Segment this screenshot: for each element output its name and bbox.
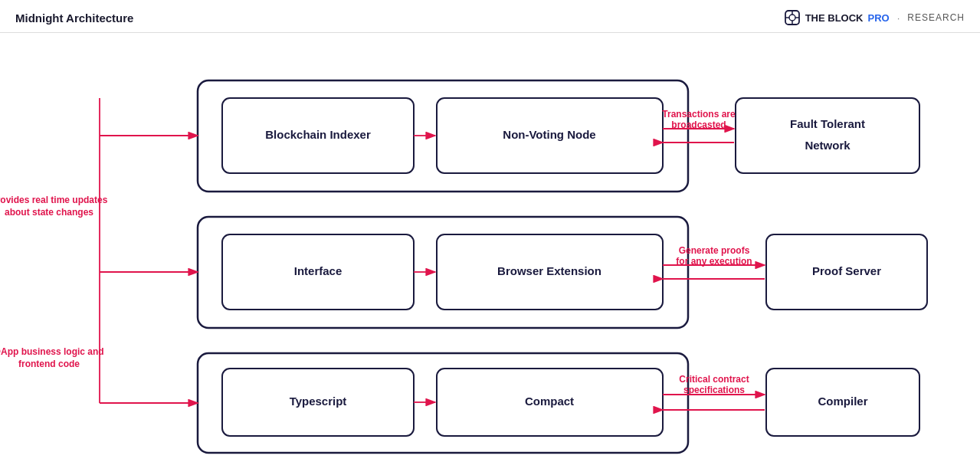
- page-header: Midnight Architecture THE BLOCK PRO · RE…: [0, 0, 980, 33]
- logo-separator: ·: [897, 12, 900, 24]
- logo-pro: PRO: [868, 12, 890, 24]
- transactions-label2: broadcasted: [671, 120, 726, 130]
- proof-server-label: Proof Server: [812, 264, 881, 277]
- dapp-business-label: DApp business logic and: [0, 346, 104, 357]
- provides-realtime-label: Provides real time updates: [0, 195, 108, 205]
- dapp-business-label2: frontend code: [18, 359, 80, 369]
- critical-contract-label2: specifications: [683, 385, 745, 395]
- blockchain-indexer-label: Blockchain Indexer: [265, 128, 371, 141]
- brand-icon: [784, 9, 801, 26]
- interface-label: Interface: [294, 264, 343, 277]
- diagram-area: Blockchain Indexer Non-Voting Node Fault…: [0, 33, 980, 461]
- transactions-label: Transactions are: [662, 109, 736, 120]
- fault-tolerant-network-label: Fault Tolerant: [790, 117, 865, 130]
- compact-label: Compact: [525, 395, 574, 408]
- brand-logo: THE BLOCK PRO · RESEARCH: [784, 9, 965, 26]
- typescript-label: Typescript: [290, 395, 347, 408]
- generate-proofs-label: Generate proofs: [679, 245, 750, 256]
- architecture-diagram: Blockchain Indexer Non-Voting Node Fault…: [0, 33, 980, 461]
- logo-the-block: THE BLOCK: [805, 12, 864, 24]
- browser-extension-label: Browser Extension: [497, 264, 601, 277]
- non-voting-node-label: Non-Voting Node: [503, 128, 595, 141]
- fault-tolerant-network-label2: Network: [805, 139, 851, 152]
- logo-research: RESEARCH: [907, 12, 965, 23]
- critical-contract-label: Critical contract: [679, 374, 749, 385]
- page-title: Midnight Architecture: [15, 11, 133, 25]
- generate-proofs-label2: for any execution: [676, 256, 752, 267]
- provides-realtime-label2: about state changes: [5, 207, 93, 218]
- svg-rect-12: [736, 98, 919, 173]
- svg-point-1: [789, 15, 795, 21]
- compiler-label: Compiler: [818, 395, 867, 408]
